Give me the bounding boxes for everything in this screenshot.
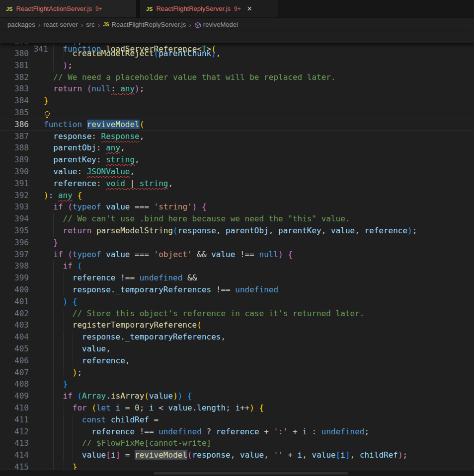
code-line[interactable]: 389 parentKey: string, [0,154,474,166]
code-line[interactable]: 381 ); [0,60,474,71]
line-number[interactable]: 385 [0,107,29,119]
code-line[interactable]: 394 // We can't use .bind here because w… [0,213,474,225]
code-line[interactable]: 397 if (typeof value === 'object' && val… [0,249,474,261]
line-number[interactable]: 414 [0,449,29,461]
line-number[interactable]: 393 [0,201,29,213]
code-line[interactable]: 402 // Store this object's reference in … [0,308,474,320]
code-line[interactable]: 391 reference: void | string, [0,178,474,190]
line-number[interactable]: 401 [0,296,29,308]
code-line[interactable]: 400 response._temporaryReferences !== un… [0,284,474,296]
code-line[interactable]: 385 [0,107,474,119]
code-line[interactable]: 390 value: JSONValue, [0,166,474,178]
lightbulb-icon[interactable] [45,111,50,116]
code-token: registerTemporaryReference [73,320,197,330]
code-token: parentKey [53,155,96,164]
code-token: , [130,167,135,176]
line-number[interactable]: 383 [0,83,29,95]
line-number[interactable]: 386 [0,119,29,131]
code-text: return (null: any); [44,83,144,95]
code-token: ( [77,261,82,271]
code-token [116,84,121,93]
tab-react-flight-action-server[interactable]: JS ReactFlightActionServer.js 9+ [0,0,136,17]
line-number[interactable]: 392 [0,190,29,202]
code-line[interactable]: 386function reviveModel( [0,119,474,131]
line-number[interactable]: 412 [0,426,29,438]
code-text: function reviveModel( [44,119,144,131]
line-number[interactable]: 394 [0,213,29,225]
code-line[interactable]: 401 ) { [0,296,474,308]
tab-react-flight-reply-server[interactable]: JS ReactFlightReplyServer.js 9+ ✕ [140,0,278,17]
code-token: [ [336,450,341,460]
breadcrumb-item-src[interactable]: src [86,21,94,28]
code-editor[interactable]: 379 ),380 createModelReject(parentChunk)… [0,43,474,470]
code-line[interactable]: 412 reference !== undefined ? reference … [0,426,474,438]
code-token [283,250,288,259]
breadcrumb-item-symbol[interactable]: reviveModel [203,21,238,28]
code-line[interactable]: 415 } [0,461,474,470]
code-line[interactable]: 410 for (let i = 0; i < value.length; i+… [0,402,474,414]
code-line[interactable]: 383 return (null: any); [0,83,474,95]
line-number[interactable]: 405 [0,343,29,355]
close-icon[interactable]: ✕ [247,5,252,12]
line-number[interactable]: 415 [0,461,29,470]
line-number[interactable]: 397 [0,249,29,261]
line-number[interactable]: 391 [0,178,29,190]
problems-badge: 9+ [234,5,241,12]
line-number[interactable]: 400 [0,284,29,296]
sticky-scroll-line[interactable]: 341function loadServerReference<T>( [0,31,474,43]
line-number[interactable]: 411 [0,414,29,426]
symbol-method-icon [194,22,201,29]
code-line[interactable]: 393 if (typeof value === 'string') { [0,201,474,213]
line-number[interactable]: 404 [0,331,29,343]
line-number[interactable]: 387 [0,131,29,142]
line-number[interactable]: 384 [0,95,29,107]
line-number[interactable]: 403 [0,319,29,331]
line-number[interactable]: 409 [0,390,29,402]
code-line[interactable]: 403 registerTemporaryReference( [0,319,474,331]
code-line[interactable]: 392): any { [0,190,474,202]
code-line[interactable]: 414 value[i] = reviveModel(response, val… [0,449,474,461]
line-number[interactable]: 410 [0,402,29,414]
code-line[interactable]: 406 reference, [0,355,474,367]
code-line[interactable]: 382 // We need a placeholder value that … [0,71,474,83]
line-number[interactable]: 402 [0,308,29,320]
code-line[interactable]: 405 value, [0,343,474,355]
code-line[interactable]: 398 if ( [0,260,474,272]
code-line[interactable]: 384} [0,95,474,107]
line-number[interactable]: 395 [0,225,29,237]
code-line[interactable]: 388 parentObj: any, [0,142,474,154]
code-line[interactable]: 408 } [0,378,474,390]
line-number[interactable]: 399 [0,272,29,284]
code-line[interactable]: 395 return parseModelString(response, pa… [0,225,474,237]
line-number[interactable]: 413 [0,437,29,449]
line-number[interactable]: 396 [0,237,29,249]
code-text: // We can't use .bind here because we ne… [44,213,350,225]
line-number[interactable]: 406 [0,355,29,367]
code-line[interactable]: 404 response._temporaryReferences, [0,331,474,343]
line-number[interactable]: 390 [0,166,29,178]
horizontal-scrollbar[interactable] [154,472,348,475]
line-number[interactable]: 388 [0,142,29,154]
code-token: } [73,462,78,470]
breadcrumb-item-file[interactable]: ReactFlightReplyServer.js [112,21,186,28]
code-token: { [187,391,192,401]
code-line[interactable]: 399 reference !== undefined && [0,272,474,284]
line-number[interactable]: 407 [0,367,29,379]
code-token [182,391,187,401]
code-line[interactable]: 413 // $FlowFixMe[cannot-write] [0,437,474,449]
code-token: ( [211,44,216,54]
breadcrumb-item-react-server[interactable]: react-server [43,21,78,28]
chevron-right-icon: › [38,21,41,29]
code-line[interactable]: 387 response: Response, [0,131,474,142]
line-number[interactable]: 408 [0,378,29,390]
line-number[interactable]: 398 [0,260,29,272]
code-line[interactable]: 411 const childRef = [0,414,474,426]
js-file-icon: JS [103,22,109,27]
line-number[interactable]: 389 [0,154,29,166]
code-line[interactable]: 409 if (Array.isArray(value)) { [0,390,474,402]
code-line[interactable]: 407 ); [0,367,474,379]
code-line[interactable]: 396 } [0,237,474,249]
line-number[interactable]: 382 [0,71,29,83]
breadcrumb-item-packages[interactable]: packages [7,21,35,28]
code-token: = [120,403,135,412]
